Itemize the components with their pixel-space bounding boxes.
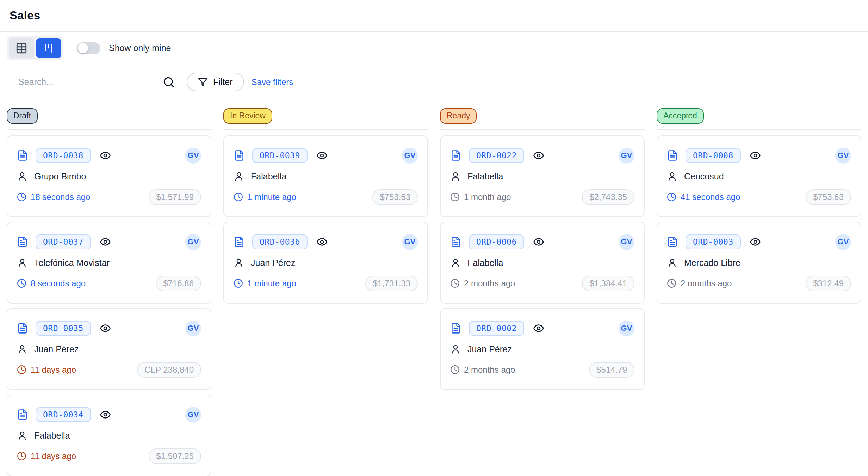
search-input[interactable] — [18, 77, 160, 87]
clock-icon — [17, 365, 26, 374]
table-view-button[interactable] — [9, 38, 34, 58]
kanban-column: Accepted ORD-0008 GV Cencosud — [657, 108, 861, 304]
order-card[interactable]: ORD-0037 GV Telefónica Movistar 8 second… — [7, 222, 211, 304]
eye-icon[interactable] — [316, 150, 328, 161]
amount-badge: $753.63 — [806, 189, 851, 205]
order-id-badge: ORD-0006 — [469, 234, 524, 249]
column-status-badge: Draft — [7, 108, 38, 124]
save-filters-link[interactable]: Save filters — [252, 77, 293, 87]
card-customer-row: Juan Pérez — [234, 257, 418, 268]
column-status-badge: Accepted — [657, 108, 704, 124]
order-card[interactable]: ORD-0003 GV Mercado Libre 2 months ago $… — [657, 222, 861, 304]
order-card[interactable]: ORD-0006 GV Falabella 2 months ago $1,38… — [440, 222, 645, 304]
eye-icon[interactable] — [100, 323, 111, 334]
order-id-badge: ORD-0035 — [36, 321, 91, 336]
card-customer-row: Telefónica Movistar — [17, 257, 201, 268]
order-card[interactable]: ORD-0034 GV Falabella 11 days ago $1,507… — [7, 395, 211, 476]
eye-icon[interactable] — [100, 236, 111, 248]
clock-icon — [450, 192, 460, 202]
clock-icon — [17, 451, 26, 461]
order-card[interactable]: ORD-0036 GV Juan Pérez 1 minute ago $1,7… — [223, 222, 428, 304]
column-card-list: ORD-0008 GV Cencosud 41 seconds ago $753… — [657, 135, 861, 304]
assignee-avatar: GV — [185, 234, 201, 250]
show-only-mine-toggle[interactable] — [77, 42, 100, 54]
column-divider — [440, 129, 645, 130]
order-id-badge: ORD-0022 — [469, 148, 524, 163]
eye-icon[interactable] — [533, 150, 544, 161]
page-title: Sales — [10, 9, 40, 22]
document-icon — [17, 409, 28, 420]
search-icon[interactable] — [163, 76, 175, 88]
document-icon — [234, 236, 245, 248]
order-card[interactable]: ORD-0008 GV Cencosud 41 seconds ago $753… — [657, 135, 861, 217]
order-id-badge: ORD-0036 — [252, 234, 308, 249]
card-footer-row: 2 months ago $514.79 — [450, 362, 634, 378]
amount-badge: $1,384.41 — [582, 276, 634, 291]
kanban-board: Draft ORD-0038 GV Grupo Bimbo — [0, 99, 868, 476]
customer-icon — [667, 257, 677, 268]
updated-time-group: 41 seconds ago — [667, 192, 740, 202]
column-status-badge: In Review — [223, 108, 272, 124]
column-divider — [657, 129, 861, 130]
kanban-column: Ready ORD-0022 GV Falabella — [440, 108, 645, 390]
eye-icon[interactable] — [100, 150, 111, 161]
updated-time: 11 days ago — [31, 451, 76, 461]
card-footer-row: 2 months ago $1,384.41 — [450, 276, 634, 291]
card-top-row: ORD-0006 GV — [450, 234, 634, 250]
order-card[interactable]: ORD-0039 GV Falabella 1 minute ago $753.… — [223, 135, 428, 217]
updated-time: 2 months ago — [464, 365, 515, 375]
document-icon — [17, 236, 28, 248]
clock-icon — [17, 279, 26, 288]
column-header: In Review — [223, 108, 428, 124]
eye-icon[interactable] — [750, 236, 761, 248]
card-customer-row: Falabella — [450, 257, 634, 268]
order-id-badge: ORD-0037 — [36, 234, 91, 249]
eye-icon[interactable] — [100, 409, 111, 420]
card-customer-row: Mercado Libre — [667, 257, 851, 268]
customer-name: Grupo Bimbo — [34, 171, 86, 182]
eye-icon[interactable] — [533, 323, 544, 334]
customer-icon — [450, 171, 461, 182]
card-customer-row: Juan Pérez — [450, 344, 634, 354]
eye-icon[interactable] — [316, 236, 328, 248]
amount-badge: $716.86 — [156, 276, 201, 291]
eye-icon[interactable] — [750, 150, 761, 161]
eye-icon[interactable] — [533, 236, 544, 248]
customer-icon — [450, 257, 461, 268]
search-toolbar: Filter Save filters — [0, 65, 868, 99]
order-card[interactable]: ORD-0002 GV Juan Pérez 2 months ago $514… — [440, 308, 645, 390]
customer-icon — [17, 430, 27, 441]
updated-time: 1 minute ago — [247, 192, 296, 202]
order-card[interactable]: ORD-0038 GV Grupo Bimbo 18 seconds ago $… — [7, 135, 211, 217]
amount-badge: CLP 238,840 — [137, 362, 201, 378]
card-footer-row: 1 minute ago $1,731.33 — [234, 276, 418, 291]
customer-name: Falabella — [467, 171, 503, 182]
document-icon — [667, 236, 678, 248]
card-footer-row: 11 days ago CLP 238,840 — [17, 362, 201, 378]
kanban-view-button[interactable] — [36, 38, 61, 58]
order-id-badge: ORD-0002 — [469, 321, 524, 336]
card-customer-row: Juan Pérez — [17, 344, 201, 354]
card-top-row: ORD-0008 GV — [667, 148, 851, 164]
card-top-row: ORD-0034 GV — [17, 407, 201, 423]
assignee-avatar: GV — [185, 148, 201, 164]
customer-icon — [234, 171, 244, 182]
amount-badge: $1,571.99 — [149, 189, 201, 205]
amount-badge: $514.79 — [589, 362, 634, 378]
order-card[interactable]: ORD-0035 GV Juan Pérez 11 days ago CLP 2… — [7, 308, 211, 390]
column-card-list: ORD-0038 GV Grupo Bimbo 18 seconds ago $… — [7, 135, 211, 476]
card-footer-row: 41 seconds ago $753.63 — [667, 189, 851, 205]
document-icon — [450, 236, 461, 248]
column-card-list: ORD-0022 GV Falabella 1 month ago $2,743… — [440, 135, 645, 390]
customer-icon — [17, 257, 27, 268]
card-footer-row: 8 seconds ago $716.86 — [17, 276, 201, 291]
column-card-list: ORD-0039 GV Falabella 1 minute ago $753.… — [223, 135, 428, 304]
card-top-row: ORD-0037 GV — [17, 234, 201, 250]
customer-name: Falabella — [251, 171, 286, 182]
assignee-avatar: GV — [835, 234, 851, 250]
table-view-icon — [16, 42, 27, 54]
filter-button[interactable]: Filter — [187, 73, 244, 91]
order-card[interactable]: ORD-0022 GV Falabella 1 month ago $2,743… — [440, 135, 645, 217]
assignee-avatar: GV — [402, 234, 418, 250]
filter-button-label: Filter — [213, 77, 233, 87]
